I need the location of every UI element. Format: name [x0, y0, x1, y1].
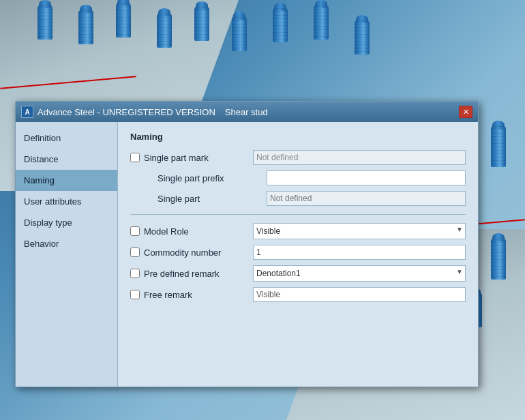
commodity-number-input[interactable] — [253, 245, 466, 260]
model-role-select-wrapper: Visible Hidden Reference — [253, 223, 466, 239]
free-remark-label: Free remark — [144, 290, 253, 300]
free-remark-row: Free remark — [130, 287, 466, 302]
section-title: Naming — [130, 132, 466, 142]
stud-10 — [491, 126, 506, 167]
title-bar: A Advance Steel - UNREGISTERED VERSION S… — [16, 102, 478, 122]
single-part-mark-row: Single part mark — [130, 150, 466, 165]
pre-defined-remark-label: Pre defined remark — [144, 269, 253, 279]
single-part-mark-label: Single part mark — [144, 153, 253, 163]
model-role-checkbox[interactable] — [130, 226, 140, 236]
free-remark-input[interactable] — [253, 287, 466, 302]
pre-defined-remark-row: Pre defined remark Denotation1 Denotatio… — [130, 265, 466, 282]
free-remark-checkbox[interactable] — [130, 290, 140, 299]
stud-9 — [355, 20, 370, 55]
model-role-select[interactable]: Visible Hidden Reference — [253, 223, 466, 239]
pre-defined-remark-select-wrapper: Denotation1 Denotation2 — [253, 265, 466, 282]
pre-defined-remark-checkbox[interactable] — [130, 269, 140, 278]
divider — [130, 214, 466, 215]
app-title: Advance Steel - UNREGISTERED VERSION — [38, 107, 215, 117]
commodity-number-checkbox[interactable] — [130, 247, 140, 257]
sidebar-item-display-type[interactable]: Display type — [16, 212, 117, 233]
dialog-subtitle: Shear stud — [225, 107, 268, 117]
stud-7 — [273, 8, 288, 42]
dialog-body: Definition Distance Naming User attribut… — [16, 122, 478, 387]
single-part-label: Single part — [158, 194, 267, 204]
commodity-number-label: Commodity number — [144, 247, 253, 258]
single-part-row: Single part — [130, 191, 466, 206]
model-role-label: Model Role — [144, 226, 253, 237]
sidebar: Definition Distance Naming User attribut… — [16, 122, 118, 387]
stud-4 — [157, 14, 172, 48]
single-part-prefix-row: Single part prefix — [130, 170, 466, 185]
dialog-window: A Advance Steel - UNREGISTERED VERSION S… — [15, 101, 479, 387]
single-part-mark-checkbox[interactable] — [130, 153, 140, 162]
stud-11 — [491, 239, 506, 280]
stud-8 — [314, 5, 329, 40]
stud-5 — [194, 7, 209, 41]
stud-2 — [78, 10, 93, 44]
sidebar-item-behavior[interactable]: Behavior — [16, 233, 117, 254]
pre-defined-remark-select[interactable]: Denotation1 Denotation2 — [253, 265, 466, 282]
commodity-number-row: Commodity number — [130, 245, 466, 260]
single-part-prefix-label: Single part prefix — [158, 173, 267, 183]
sidebar-item-naming[interactable]: Naming — [16, 170, 117, 191]
sidebar-item-distance[interactable]: Distance — [16, 149, 117, 170]
sidebar-item-user-attributes[interactable]: User attributes — [16, 191, 117, 212]
close-button[interactable]: ✕ — [459, 106, 472, 118]
sidebar-item-definition[interactable]: Definition — [16, 127, 117, 149]
stud-3 — [116, 3, 131, 38]
single-part-input[interactable] — [267, 191, 466, 206]
app-icon: A — [21, 106, 33, 118]
stud-6 — [232, 17, 247, 51]
single-part-mark-input[interactable] — [253, 150, 466, 165]
main-content: Naming Single part mark Single part pref… — [118, 122, 478, 387]
stud-1 — [38, 5, 52, 40]
model-role-row: Model Role Visible Hidden Reference — [130, 223, 466, 239]
single-part-prefix-input[interactable] — [267, 170, 466, 185]
title-bar-left: A Advance Steel - UNREGISTERED VERSION S… — [21, 106, 268, 118]
